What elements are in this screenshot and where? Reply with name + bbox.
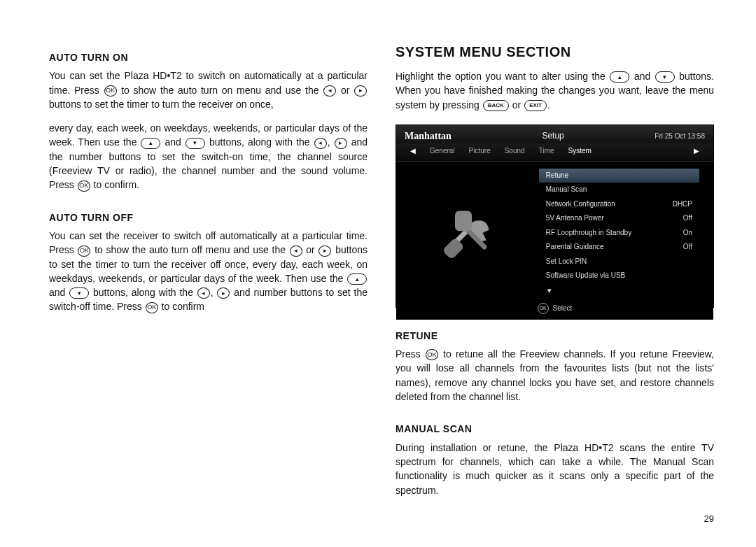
system-menu-list: Retune Manual Scan Network Configuration… (539, 162, 713, 299)
ok-button-icon: OK (78, 180, 90, 192)
tab-general: General (423, 146, 462, 157)
heading-retune: RETUNE (396, 329, 714, 343)
tools-icon (396, 162, 539, 299)
screenshot-header: Manhattan Setup Fri 25 Oct 13:58 (396, 125, 713, 143)
left-button-icon: ◂ (323, 85, 336, 97)
para-manual-scan: During installation or retune, the Plaza… (396, 441, 714, 497)
ok-button-icon: OK (104, 85, 117, 97)
text: and (165, 136, 181, 148)
menu-value: On (683, 228, 692, 239)
text: to show the auto turn on menu and use th… (121, 85, 318, 96)
up-button-icon: ▴ (141, 138, 160, 149)
menu-label: Software Update via USB (546, 271, 625, 281)
text: and (49, 287, 65, 298)
text: to show the auto turn off menu and use t… (94, 244, 286, 255)
right-button-icon: ▸ (335, 138, 347, 149)
heading-auto-turn-on: AUTO TURN ON (49, 50, 368, 64)
tab-arrow-right-icon: ▶ (687, 146, 706, 157)
para-auto-on-1: You can set the Plaza HD•T2 to switch on… (49, 69, 368, 111)
menu-item-manual-scan: Manual Scan (539, 183, 699, 197)
menu-item-lock-pin: Set Lock PIN (539, 255, 699, 269)
footer-select-label: Select (553, 304, 573, 314)
menu-value: Off (683, 242, 692, 253)
text: to confirm. (94, 179, 139, 190)
heading-system-menu-section: SYSTEM MENU SECTION (396, 42, 714, 62)
text: Highlight the option you want to alter u… (396, 71, 606, 82)
left-button-icon: ◂ (290, 246, 302, 257)
down-button-icon: ▾ (186, 138, 205, 149)
manual-page: AUTO TURN ON You can set the Plaza HD•T2… (0, 0, 756, 547)
menu-label: Manual Scan (546, 185, 587, 195)
menu-label: Retune (546, 171, 568, 181)
menu-label: Parental Guidance (546, 242, 604, 253)
left-button-icon: ◂ (314, 138, 327, 149)
up-button-icon: ▴ (347, 274, 367, 285)
right-button-icon: ▸ (354, 85, 367, 97)
heading-auto-turn-off: AUTO TURN OFF (49, 211, 368, 225)
para-intro: Highlight the option you want to alter u… (396, 69, 714, 112)
menu-label: 5V Antenna Power (546, 213, 604, 224)
svg-rect-0 (458, 213, 470, 229)
exit-button-icon: EXIT (524, 100, 547, 111)
text: or (341, 85, 349, 96)
tab-time: Time (532, 146, 561, 157)
para-auto-on-2: every day, each week, on weekdays, weeke… (49, 121, 368, 192)
text: or (512, 99, 521, 111)
menu-value: Off (683, 213, 692, 224)
screenshot-footer: OK Select (396, 299, 713, 320)
right-button-icon: ▸ (217, 287, 230, 299)
text: to retune all the Freeview channels. If … (396, 348, 714, 402)
svg-rect-1 (445, 241, 461, 256)
screenshot-body: Retune Manual Scan Network Configuration… (396, 162, 713, 299)
menu-item-retune: Retune (539, 169, 699, 183)
left-button-icon: ◂ (197, 287, 210, 299)
brand-logo: Manhattan (405, 129, 451, 143)
text: buttons, along with the (93, 287, 193, 298)
para-retune: Press OK to retune all the Freeview chan… (396, 347, 714, 404)
para-auto-off: You can set the receiver to switch off a… (49, 229, 368, 314)
menu-item-network: Network Configuration DHCP (539, 197, 699, 212)
ok-button-icon: OK (146, 302, 158, 313)
down-button-icon: ▾ (655, 71, 675, 83)
text: buttons, along with the (209, 136, 310, 148)
menu-item-rf-loop: RF Loopthrough in Standby On (539, 226, 699, 241)
right-button-icon: ▸ (318, 246, 331, 257)
menu-label: Set Lock PIN (546, 257, 587, 267)
text: buttons to set the timer to turn the rec… (49, 99, 274, 110)
page-number: 29 (396, 513, 714, 526)
ok-icon: OK (538, 303, 549, 314)
menu-item-antenna: 5V Antenna Power Off (539, 211, 699, 226)
back-button-icon: BACK (483, 100, 509, 111)
tab-arrow-left-icon: ◀ (403, 146, 423, 157)
menu-item-sw-update: Software Update via USB (539, 269, 699, 283)
ok-button-icon: OK (78, 246, 90, 257)
tv-screenshot: Manhattan Setup Fri 25 Oct 13:58 ◀ Gener… (396, 125, 714, 308)
text: , (211, 287, 214, 298)
tab-bar: ◀ General Picture Sound Time System ▶ (396, 143, 713, 162)
menu-scroll-down-icon: ▼ (539, 283, 699, 299)
menu-value: DHCP (673, 199, 692, 210)
text: . (547, 99, 550, 111)
ok-button-icon: OK (426, 349, 438, 360)
menu-item-parental: Parental Guidance Off (539, 240, 699, 255)
menu-label: RF Loopthrough in Standby (546, 228, 631, 239)
screen-time: Fri 25 Oct 13:58 (654, 132, 705, 142)
text: , (328, 136, 330, 148)
text: or (306, 244, 314, 255)
text: Press (396, 348, 421, 360)
tab-system: System (561, 146, 598, 157)
tab-sound: Sound (498, 146, 532, 157)
left-column: AUTO TURN ON You can set the Plaza HD•T2… (49, 42, 368, 526)
heading-manual-scan: MANUAL SCAN (396, 422, 714, 436)
text: to confirm (162, 301, 204, 312)
screen-title: Setup (451, 130, 654, 142)
down-button-icon: ▾ (69, 287, 89, 299)
menu-label: Network Configuration (546, 199, 615, 210)
right-column: SYSTEM MENU SECTION Highlight the option… (396, 42, 714, 526)
up-button-icon: ▴ (610, 71, 629, 83)
text: and (634, 71, 650, 82)
tab-picture: Picture (462, 146, 498, 157)
